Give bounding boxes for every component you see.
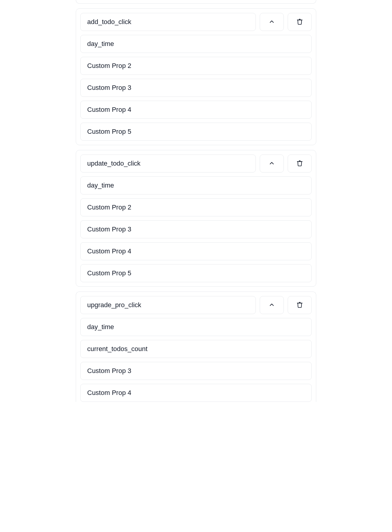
property-input[interactable]: day_time [80,318,312,336]
event-header-row [80,13,312,31]
event-card: day_time current_todos_count Custom Prop… [76,292,316,402]
property-input[interactable]: Custom Prop 3 [80,362,312,380]
chevron-up-icon [268,18,275,26]
property-input[interactable]: Custom Prop 3 [80,220,312,238]
property-input[interactable]: Custom Prop 3 [80,79,312,97]
property-input[interactable]: day_time [80,176,312,194]
property-input[interactable]: Custom Prop 4 [80,242,312,260]
delete-button[interactable] [288,154,312,173]
property-input[interactable]: day_time [80,35,312,53]
trash-icon [296,160,303,167]
event-name-input[interactable] [80,13,256,31]
chevron-up-icon [268,301,275,309]
event-card: day_time Custom Prop 2 Custom Prop 3 Cus… [76,150,316,287]
event-name-input[interactable] [80,296,256,314]
delete-button[interactable] [288,296,312,314]
event-name-input[interactable] [80,154,256,173]
property-input[interactable]: Custom Prop 5 [80,264,312,282]
trash-icon [296,301,303,309]
property-input[interactable]: Custom Prop 5 [80,123,312,141]
collapse-button[interactable] [260,154,284,173]
event-header-row [80,296,312,314]
property-input[interactable]: Custom Prop 2 [80,198,312,216]
collapse-button[interactable] [260,296,284,314]
trash-icon [296,18,303,26]
event-card: day_time Custom Prop 2 Custom Prop 3 Cus… [76,8,316,145]
event-header-row [80,154,312,173]
property-input[interactable]: Custom Prop 4 [80,384,312,402]
collapse-button[interactable] [260,13,284,31]
property-input[interactable]: current_todos_count [80,340,312,358]
card-top-edge-cutoff [76,0,316,4]
property-input[interactable]: Custom Prop 2 [80,57,312,75]
property-input[interactable]: Custom Prop 4 [80,101,312,119]
delete-button[interactable] [288,13,312,31]
chevron-up-icon [268,160,275,167]
